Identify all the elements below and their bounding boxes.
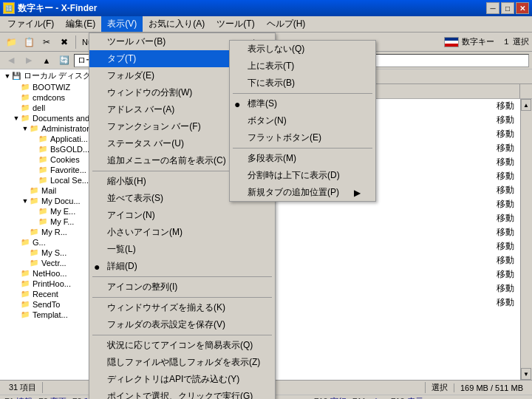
view-menu-apiread[interactable]: ディレクトリはAPIで読み込む(Y)	[89, 371, 275, 388]
view-menu-autoicon-label: 状況に応じてアイコンを簡易表示(Q)	[107, 339, 253, 352]
view-menu-sep-3	[92, 297, 272, 298]
tab-menu-multi[interactable]: 多段表示(M)	[230, 150, 375, 167]
view-menu-list[interactable]: 一覧(L)	[89, 241, 275, 258]
tree-icon-5: 📁	[30, 124, 40, 133]
tab-menu-bottom-label: 下に表示(B)	[248, 77, 295, 89]
view-menu-funcbar-label: ファンクション バー(F)	[107, 120, 201, 133]
tree-icon-1: 📁	[21, 83, 31, 92]
tab-menu-top[interactable]: 上に表示(T)	[230, 58, 375, 75]
view-menu-folder-label: フォルダ(E)	[107, 69, 154, 82]
menu-favorites[interactable]: お気に入り(A)	[143, 16, 211, 32]
tab-menu-top-label: 上に表示(T)	[248, 60, 294, 72]
tree-label-21: Recent	[33, 290, 58, 299]
minimize-button[interactable]: ─	[486, 2, 499, 14]
nav-forward-button[interactable]: ▶	[21, 53, 37, 68]
close-button[interactable]: ✕	[516, 2, 529, 14]
scroll-up-button[interactable]: ▲	[521, 99, 531, 111]
maximize-button[interactable]: □	[501, 2, 514, 14]
view-menu-winsize[interactable]: ウィンドウサイズを揃える(K)	[89, 299, 275, 316]
scrollbar[interactable]: ▲ ▼	[520, 99, 532, 380]
tree-toggle-4[interactable]: ▼	[12, 115, 21, 122]
toolbar-btn-folder[interactable]: 📁	[3, 34, 19, 50]
tree-icon-22: 📁	[21, 300, 31, 309]
tab-menu-split[interactable]: 分割時は上下に表示(D)	[230, 167, 375, 184]
tree-label-16: G...	[33, 238, 46, 247]
scroll-corner	[520, 84, 532, 98]
nav-up-button[interactable]: ▲	[38, 53, 55, 68]
view-menu-tab-label: タブ(T)	[107, 52, 136, 65]
tab-submenu[interactable]: 表示しない(Q) 上に表示(T) 下に表示(B) ● 標準(S) ボタン(N) …	[229, 40, 376, 202]
nav-refresh-button[interactable]: 🔄	[56, 53, 72, 68]
view-menu-statusbar-label: ステータス バー(U)	[107, 137, 184, 150]
tab-menu-addpos-label: 新規タブの追加位置(P)	[248, 186, 339, 199]
scroll-down-button[interactable]: ▼	[521, 368, 531, 380]
tree-toggle-12[interactable]: ▼	[21, 197, 30, 205]
tree-label-19: NetHoo...	[33, 269, 66, 278]
view-menu-tiles-label: 並べて表示(S)	[107, 192, 163, 205]
fkey-f1[interactable]: F1 情報	[1, 396, 35, 399]
tab-menu-bottom[interactable]: 下に表示(B)	[230, 75, 375, 92]
tab-menu-standard[interactable]: ● 標準(S)	[230, 95, 375, 112]
toolbar-btn-cut[interactable]: ✂	[38, 34, 55, 50]
menu-edit[interactable]: 編集(E)	[60, 16, 101, 32]
tab-menu-none[interactable]: 表示しない(Q)	[230, 41, 375, 58]
menu-help[interactable]: ヘルプ(H)	[261, 16, 312, 32]
tree-icon-21: 📁	[21, 290, 31, 299]
view-menu-arrange-label: アイコンの整列(I)	[107, 281, 177, 293]
view-menu-winsize-label: ウィンドウサイズを揃える(K)	[107, 301, 225, 314]
tab-menu-flat[interactable]: フラットボタン(E)	[230, 129, 375, 146]
tree-icon-2: 📁	[21, 93, 31, 102]
tree-label-3: dell	[33, 103, 45, 112]
details-bullet: ●	[94, 261, 100, 273]
tree-icon-10: 📁	[38, 176, 49, 185]
menu-tools[interactable]: ツール(T)	[211, 16, 260, 32]
menu-view[interactable]: 表示(V)	[101, 16, 143, 32]
tree-icon-15: 📁	[30, 228, 40, 236]
tree-label-13: My E...	[50, 207, 75, 216]
tab-menu-button[interactable]: ボタン(N)	[230, 112, 375, 129]
submenu-arrow-addpos: ▶	[339, 188, 361, 198]
view-menu-arrange[interactable]: アイコンの整列(I)	[89, 279, 275, 296]
tab-menu-none-label: 表示しない(Q)	[248, 43, 304, 55]
tree-icon-19: 📁	[21, 269, 31, 278]
tab-menu-multi-label: 多段表示(M)	[248, 152, 296, 165]
view-menu-details[interactable]: ● 詳細(D)	[89, 258, 275, 275]
toolbar-btn-copy[interactable]: 📋	[21, 34, 37, 50]
tab-menu-flat-label: フラットボタン(E)	[248, 132, 321, 144]
tree-label-2: cmdcons	[33, 93, 65, 102]
tree-icon-8: 📁	[38, 155, 49, 164]
menu-file[interactable]: ファイル(F)	[1, 16, 60, 32]
view-menu-autoicon[interactable]: 状況に応じてアイコンを簡易表示(Q)	[89, 337, 275, 354]
view-menu-sep-2	[92, 276, 272, 277]
fkey-f12[interactable]: F12 表示	[388, 396, 426, 399]
tree-toggle-0[interactable]: ▼	[3, 72, 12, 80]
tree-label-23: Templat...	[33, 310, 68, 319]
view-menu-savefolder[interactable]: フォルダの表示設定を保存(V)	[89, 316, 275, 333]
toolbar-sep-1	[75, 35, 76, 49]
tree-icon-9: 📁	[38, 166, 49, 174]
view-menu-pointclick[interactable]: ポイントで選択、クリックで実行(G)	[89, 388, 275, 399]
tab-menu-sep-1	[233, 93, 372, 94]
tree-icon-6: 📁	[38, 134, 49, 143]
view-menu-icons[interactable]: アイコン(N)	[89, 207, 275, 224]
tab-menu-button-label: ボタン(N)	[248, 115, 287, 127]
tree-icon-13: 📁	[38, 207, 49, 216]
tree-label-15: My R...	[41, 228, 67, 236]
view-menu-hidden[interactable]: 隠しファイルや隠しフォルダを表示(Z)	[89, 354, 275, 371]
tab-menu-addpos[interactable]: 新規タブの追加位置(P) ▶	[230, 184, 375, 201]
fkey-f10[interactable]: F10 実行	[311, 396, 349, 399]
view-menu-toolbar-label: ツール バー(B)	[107, 35, 166, 48]
tree-icon-23: 📁	[21, 310, 31, 319]
flag-icon	[444, 37, 459, 47]
view-menu-addmenu-label: 追加メニューの名前を表示(C)	[107, 154, 226, 167]
tree-toggle-5[interactable]: ▼	[21, 125, 30, 132]
toolbar-right-label: 数字キー １ 選択	[462, 36, 529, 47]
fkey-f11[interactable]: F11 パス	[349, 396, 388, 399]
view-menu-smallicons[interactable]: 小さいアイコン(M)	[89, 224, 275, 241]
tree-icon-4: 📁	[21, 114, 31, 123]
fkey-f2[interactable]: F2 変更	[35, 396, 69, 399]
nav-back-button[interactable]: ◀	[3, 53, 19, 68]
toolbar-btn-delete[interactable]: ✖	[56, 34, 72, 50]
tree-label-7: BsGOLD...	[50, 145, 89, 154]
status-selection: 選択	[425, 382, 454, 393]
